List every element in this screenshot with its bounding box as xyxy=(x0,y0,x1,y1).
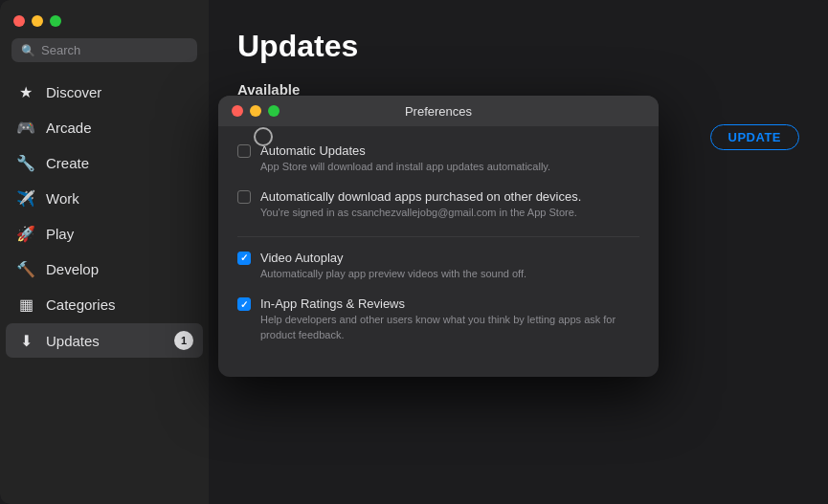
pref-item-auto-download: Automatically download apps purchased on… xyxy=(237,189,639,220)
updates-badge: 1 xyxy=(174,331,193,350)
sidebar: 🔍 Search ★ Discover 🎮 Arcade 🔧 Create ✈️… xyxy=(0,0,209,504)
pref-row: Automatic Updates xyxy=(237,143,639,158)
pref-row: Automatically download apps purchased on… xyxy=(237,189,639,204)
preferences-title: Preferences xyxy=(405,104,472,119)
pref-row: In-App Ratings & Reviews xyxy=(237,296,639,311)
close-button[interactable] xyxy=(13,15,25,27)
pref-minimize-button[interactable] xyxy=(250,105,261,117)
page-title: Updates xyxy=(237,29,799,64)
pref-sublabel: You're signed in as csanchezvallejobg@gm… xyxy=(237,206,639,220)
work-icon: ✈️ xyxy=(15,189,36,208)
sidebar-item-develop[interactable]: 🔨 Develop xyxy=(6,252,203,286)
sidebar-nav: ★ Discover 🎮 Arcade 🔧 Create ✈️ Work 🚀 P… xyxy=(0,76,209,504)
play-icon: 🚀 xyxy=(15,225,36,243)
auto-download-checkbox[interactable] xyxy=(237,190,251,204)
sidebar-item-categories[interactable]: ▦ Categories xyxy=(6,288,203,321)
sidebar-item-work[interactable]: ✈️ Work xyxy=(6,182,203,215)
preferences-body: Automatic Updates App Store will downloa… xyxy=(218,126,659,377)
sidebar-item-label: Create xyxy=(46,155,193,171)
sidebar-item-label: Categories xyxy=(46,296,193,313)
create-icon: 🔧 xyxy=(15,154,36,172)
minimize-button[interactable] xyxy=(32,15,43,27)
categories-icon: ▦ xyxy=(15,296,36,314)
develop-icon: 🔨 xyxy=(15,260,36,278)
automatic-updates-checkbox[interactable] xyxy=(237,144,251,158)
video-autoplay-checkbox[interactable] xyxy=(237,252,251,265)
pref-row-text: In-App Ratings & Reviews xyxy=(260,296,639,311)
pref-item-in-app-ratings: In-App Ratings & Reviews Help developers… xyxy=(237,296,639,342)
arcade-icon: 🎮 xyxy=(15,119,36,137)
pref-item-video-autoplay: Video Autoplay Automatically play app pr… xyxy=(237,251,639,281)
pref-row-text: Video Autoplay xyxy=(260,251,639,265)
pref-row-text: Automatically download apps purchased on… xyxy=(260,189,639,204)
main-content: Updates Available Logic Pro 13 Jul 2021 … xyxy=(209,0,828,504)
search-placeholder: Search xyxy=(41,43,80,57)
search-bar[interactable]: 🔍 Search xyxy=(11,38,197,62)
sidebar-item-label: Arcade xyxy=(46,120,193,136)
update-button[interactable]: UPDATE xyxy=(710,124,799,150)
pref-sublabel: Help developers and other users know wha… xyxy=(237,313,639,342)
pref-label: Automatically download apps purchased on… xyxy=(260,189,639,204)
sidebar-item-discover[interactable]: ★ Discover xyxy=(6,76,203,109)
updates-icon: ⬇ xyxy=(15,332,36,350)
pref-label: Video Autoplay xyxy=(260,251,639,265)
sidebar-item-label: Develop xyxy=(46,261,193,277)
traffic-lights xyxy=(0,0,209,38)
sidebar-item-label: Discover xyxy=(46,84,193,100)
pref-row-text: Automatic Updates xyxy=(260,143,639,158)
discover-icon: ★ xyxy=(15,83,36,101)
sidebar-item-arcade[interactable]: 🎮 Arcade xyxy=(6,111,203,144)
preferences-titlebar: Preferences xyxy=(218,96,659,126)
pref-sublabel: App Store will download and install app … xyxy=(237,160,639,174)
pref-label: Automatic Updates xyxy=(260,143,639,158)
sidebar-item-label: Updates xyxy=(46,333,165,349)
sidebar-item-updates[interactable]: ⬇ Updates 1 xyxy=(6,323,203,358)
sidebar-item-label: Work xyxy=(46,190,193,207)
maximize-button[interactable] xyxy=(50,15,61,27)
sidebar-item-create[interactable]: 🔧 Create xyxy=(6,146,203,180)
search-icon: 🔍 xyxy=(21,44,35,57)
pref-close-button[interactable] xyxy=(232,105,243,117)
preferences-dialog: Preferences Automatic Updates App Store … xyxy=(218,96,659,377)
in-app-ratings-checkbox[interactable] xyxy=(237,297,251,311)
sidebar-item-play[interactable]: 🚀 Play xyxy=(6,217,203,251)
pref-row: Video Autoplay xyxy=(237,251,639,265)
pref-label: In-App Ratings & Reviews xyxy=(260,296,639,311)
sidebar-item-label: Play xyxy=(46,226,193,242)
pref-maximize-button[interactable] xyxy=(268,105,280,117)
pref-sublabel: Automatically play app preview videos wi… xyxy=(237,267,639,281)
pref-item-automatic-updates: Automatic Updates App Store will downloa… xyxy=(237,143,639,174)
pref-divider xyxy=(237,236,639,237)
